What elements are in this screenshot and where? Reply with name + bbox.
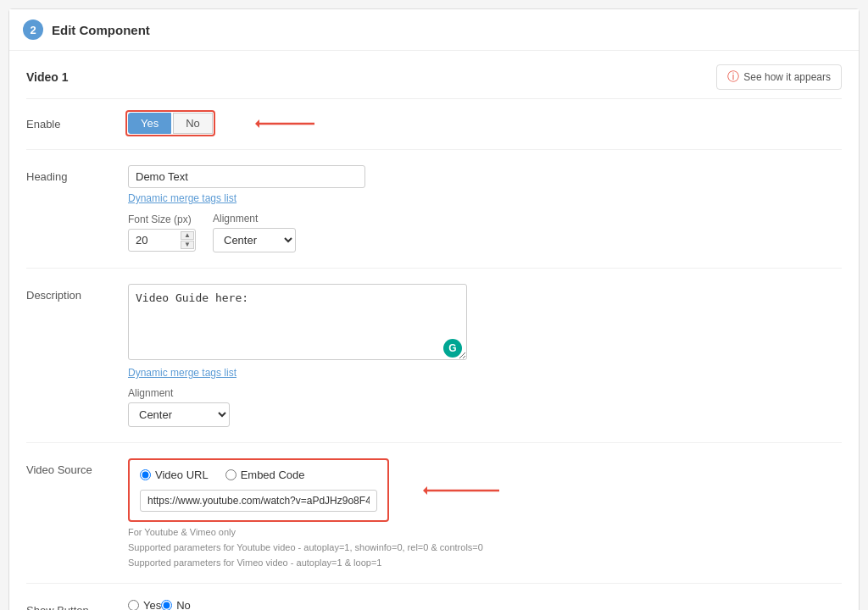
- enable-yes-btn[interactable]: Yes: [128, 113, 171, 134]
- description-row: Description Video Guide here: G Dynamic …: [26, 284, 842, 443]
- show-btn-yes-text: Yes: [143, 599, 161, 610]
- section-title-row: Video 1 ⓘ See how it appears: [26, 64, 842, 99]
- video-source-radio-group: Video URL Embed Code: [140, 469, 377, 481]
- show-btn-yes-radio[interactable]: [128, 600, 139, 610]
- heading-dynamic-link[interactable]: Dynamic merge tags list: [128, 192, 236, 204]
- heading-label: Heading: [26, 165, 128, 183]
- video-hint2: Supported parameters for Youtube video -…: [128, 542, 842, 552]
- font-size-label: Font Size (px): [128, 214, 196, 225]
- alignment-label: Alignment: [213, 213, 296, 225]
- video-url-radio-text: Video URL: [155, 469, 209, 481]
- heading-row: Heading Dynamic merge tags list Font Siz…: [26, 165, 842, 269]
- video-hint3: Supported parameters for Vimeo video - a…: [128, 557, 842, 568]
- enable-control: Yes No: [128, 113, 842, 134]
- show-button-row: Show Button Yes No: [26, 599, 842, 610]
- grammarly-icon: G: [443, 339, 462, 358]
- embed-code-radio[interactable]: [225, 469, 236, 480]
- alignment-group: Alignment Left Center Right: [213, 213, 296, 252]
- edit-component-panel: 2 Edit Component Video 1 ⓘ See how it ap…: [8, 8, 860, 610]
- heading-control: Dynamic merge tags list Font Size (px) ▲…: [128, 165, 842, 252]
- font-size-down[interactable]: ▼: [181, 241, 194, 249]
- enable-toggle-group: Yes No: [128, 113, 213, 134]
- description-label: Description: [26, 284, 128, 302]
- enable-row: Enable Yes No: [26, 113, 842, 150]
- svg-marker-1: [255, 119, 259, 128]
- show-btn-no-label[interactable]: No: [161, 599, 191, 610]
- video-source-label: Video Source: [26, 458, 128, 476]
- show-button-radio-group: Yes No: [128, 599, 842, 610]
- description-textarea-wrap: Video Guide here: G: [128, 284, 467, 363]
- embed-code-radio-label[interactable]: Embed Code: [225, 469, 305, 481]
- video-source-row: Video Source Video URL Embed Code: [26, 458, 842, 584]
- video-source-box: Video URL Embed Code: [128, 458, 389, 522]
- enable-no-btn[interactable]: No: [173, 113, 213, 134]
- heading-input[interactable]: [128, 165, 365, 188]
- video-url-input[interactable]: [140, 490, 377, 512]
- step-indicator: 2: [23, 19, 43, 40]
- font-size-spinners: ▲ ▼: [181, 231, 194, 249]
- heading-sub-row: Font Size (px) ▲ ▼ Alignment Left: [128, 213, 842, 252]
- desc-alignment-label: Alignment: [128, 387, 842, 399]
- panel-title: Edit Component: [52, 23, 150, 37]
- video-source-control: Video URL Embed Code: [128, 458, 842, 568]
- show-button-control: Yes No: [128, 599, 842, 610]
- heading-alignment-select[interactable]: Left Center Right: [213, 228, 296, 252]
- show-btn-no-radio[interactable]: [161, 600, 172, 610]
- svg-marker-3: [423, 486, 427, 495]
- see-how-label: See how it appears: [743, 71, 831, 83]
- enable-toggle-wrap: Yes No: [128, 113, 842, 134]
- description-control: Video Guide here: G Dynamic merge tags l…: [128, 284, 842, 427]
- font-size-wrap: ▲ ▼: [128, 229, 196, 252]
- description-alignment-select[interactable]: Left Center Right: [128, 402, 230, 427]
- content-area: Video 1 ⓘ See how it appears Enable Yes …: [9, 51, 859, 610]
- video-hint1: For Youtube & Vimeo only: [128, 527, 842, 537]
- description-dynamic-link[interactable]: Dynamic merge tags list: [128, 367, 236, 379]
- video-url-radio[interactable]: [140, 469, 151, 480]
- video-source-arrow: [423, 482, 508, 499]
- font-size-group: Font Size (px) ▲ ▼: [128, 214, 196, 252]
- show-button-label: Show Button: [26, 599, 128, 610]
- show-btn-yes-label[interactable]: Yes: [128, 599, 161, 610]
- description-alignment-group: Alignment Left Center Right: [128, 387, 842, 427]
- video-source-wrap-row: Video URL Embed Code: [128, 458, 842, 522]
- enable-arrow: [255, 115, 323, 132]
- embed-code-radio-text: Embed Code: [241, 469, 305, 481]
- panel-header: 2 Edit Component: [9, 9, 859, 51]
- info-icon: ⓘ: [727, 69, 739, 85]
- section-title: Video 1: [26, 70, 69, 84]
- see-how-button[interactable]: ⓘ See how it appears: [716, 64, 842, 90]
- enable-label: Enable: [26, 113, 128, 130]
- font-size-up[interactable]: ▲: [181, 231, 194, 240]
- video-url-radio-label[interactable]: Video URL: [140, 469, 209, 481]
- show-btn-no-text: No: [176, 599, 191, 610]
- description-textarea[interactable]: Video Guide here:: [128, 284, 467, 360]
